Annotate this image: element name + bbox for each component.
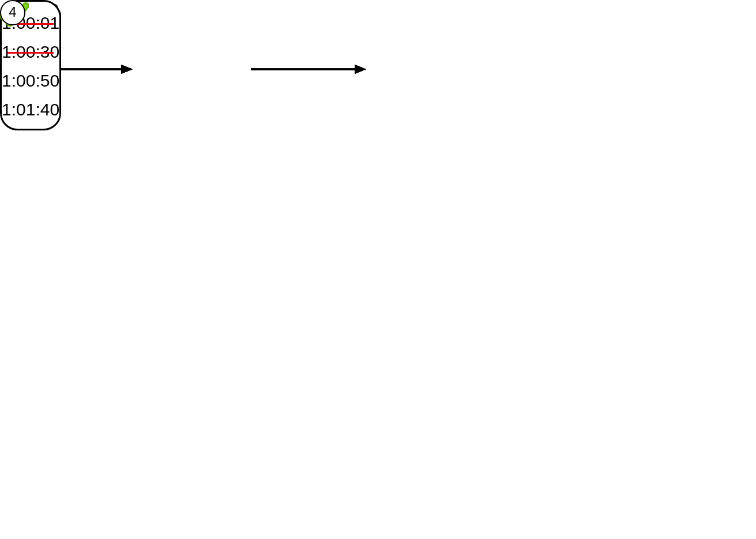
svg-marker-13: [121, 65, 133, 74]
queue-entry: 1:01:40: [2, 100, 59, 119]
queue-entry: 1:00:50: [2, 71, 59, 91]
arrow-out-icon: [251, 61, 366, 78]
panel-4: 1:01:40 1:00:01 1:00:30 1:00:50 1:01:40 …: [0, 0, 378, 265]
svg-marker-15: [355, 65, 366, 74]
queue-entry-struck: 1:00:30: [2, 42, 59, 62]
step-number: 4: [0, 0, 25, 25]
diagram-stage: 1:00:01 1:00:01 1 1:00:30 1:00:01 1:00:: [0, 0, 756, 539]
